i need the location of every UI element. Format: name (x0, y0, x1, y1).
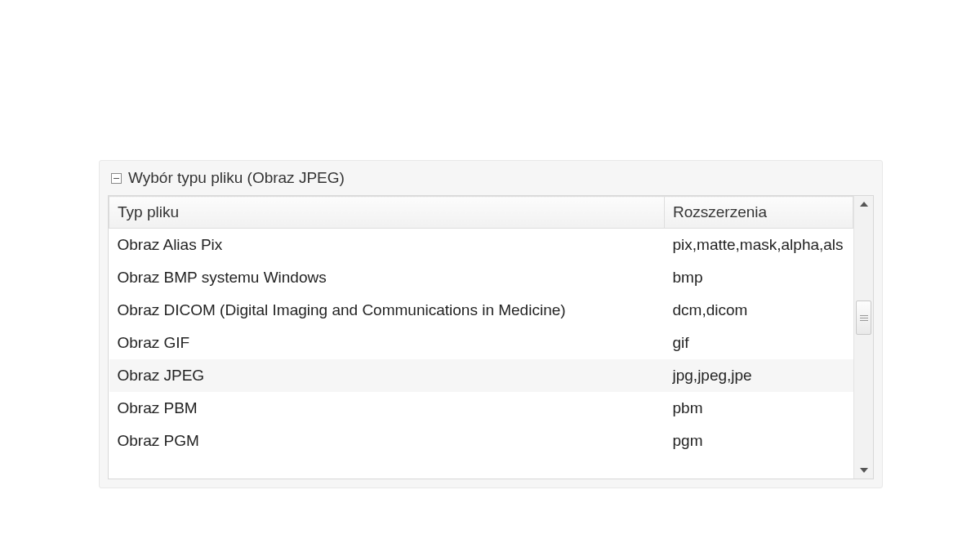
cell-ext: jpg,jpeg,jpe (665, 359, 853, 392)
scroll-down-button[interactable] (854, 462, 873, 479)
cell-type: Obraz DICOM (Digital Imaging and Communi… (109, 294, 665, 327)
cell-type: Obraz PBM (109, 392, 665, 425)
scroll-up-button[interactable] (854, 196, 873, 212)
table-row[interactable]: Obraz PBMpbm (109, 392, 853, 425)
cell-type: Obraz JPEG (109, 359, 665, 392)
chevron-down-icon (860, 468, 868, 473)
scrollbar-vertical[interactable] (853, 196, 873, 479)
cell-ext: gif (665, 327, 853, 359)
panel-header: Wybór typu pliku (Obraz JPEG) (100, 161, 882, 195)
cell-type: Obraz Alias Pix (109, 229, 665, 262)
cell-ext: bmp (665, 261, 853, 294)
panel-title: Wybór typu pliku (Obraz JPEG) (128, 169, 345, 187)
chevron-up-icon (860, 202, 868, 207)
cell-ext: pgm (665, 425, 853, 457)
table-row[interactable]: Obraz DICOM (Digital Imaging and Communi… (109, 294, 853, 327)
table-row[interactable]: Obraz GIFgif (109, 327, 853, 359)
table-row[interactable]: Obraz Alias Pixpix,matte,mask,alpha,als (109, 229, 853, 262)
grip-icon (860, 315, 868, 321)
table-row[interactable]: Obraz PGMpgm (109, 425, 853, 457)
scroll-thumb[interactable] (856, 300, 871, 335)
file-type-listview: Typ pliku Rozszerzenia Obraz Alias Pixpi… (108, 195, 874, 479)
table-row[interactable]: Obraz BMP systemu Windowsbmp (109, 261, 853, 294)
column-header-type[interactable]: Typ pliku (109, 197, 665, 229)
cell-ext: pix,matte,mask,alpha,als (665, 229, 853, 262)
cell-type: Obraz PGM (109, 425, 665, 457)
cell-type: Obraz BMP systemu Windows (109, 261, 665, 294)
file-type-panel: Wybór typu pliku (Obraz JPEG) Typ pliku … (99, 160, 883, 488)
collapse-icon[interactable] (111, 173, 122, 184)
cell-ext: pbm (665, 392, 853, 425)
column-header-ext[interactable]: Rozszerzenia (665, 197, 853, 229)
cell-ext: dcm,dicom (665, 294, 853, 327)
table-row[interactable]: Obraz JPEGjpg,jpeg,jpe (109, 359, 853, 392)
cell-type: Obraz GIF (109, 327, 665, 359)
